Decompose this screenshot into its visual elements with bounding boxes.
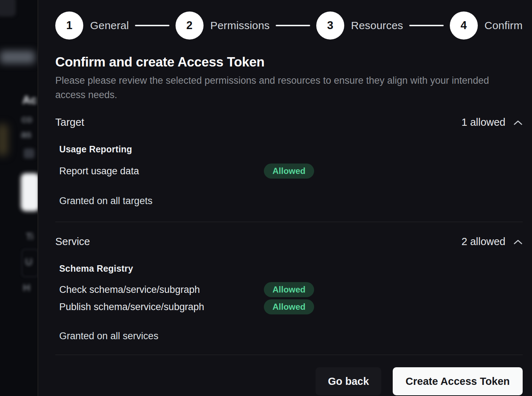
step-number-circle: 2 xyxy=(176,11,204,40)
background-text-fragment: H xyxy=(23,282,30,294)
section-name: Service xyxy=(55,236,90,248)
granted-note: Granted on all targets xyxy=(59,195,523,207)
step-number-circle: 4 xyxy=(450,11,478,40)
permission-row: Check schema/service/subgraph Allowed xyxy=(59,282,523,298)
step-confirm[interactable]: 4 Confirm xyxy=(450,11,523,40)
background-page: Ac co as Ti U H xyxy=(0,0,38,396)
background-icon-tile xyxy=(24,148,34,158)
status-badge: Allowed xyxy=(264,282,314,297)
permission-row: Report usage data Allowed xyxy=(59,163,523,179)
background-accent-blob xyxy=(0,124,8,156)
status-badge: Allowed xyxy=(264,164,314,179)
step-connector xyxy=(276,25,310,26)
step-connector xyxy=(409,25,444,26)
status-badge: Allowed xyxy=(264,299,314,314)
section-service-toggle[interactable]: 2 allowed xyxy=(461,236,523,248)
background-text-fragment: as xyxy=(21,129,32,140)
permission-name: Publish schema/service/subgraph xyxy=(59,301,264,313)
chevron-up-icon xyxy=(513,120,523,125)
allowed-count: 2 allowed xyxy=(461,236,505,248)
permission-group-title: Schema Registry xyxy=(59,263,523,274)
footer-divider xyxy=(55,355,523,355)
granted-note: Granted on all services xyxy=(59,331,523,342)
section-target-toggle[interactable]: 1 allowed xyxy=(461,116,523,128)
permission-name: Check schema/service/subgraph xyxy=(59,284,264,295)
background-text-fragment: U xyxy=(25,256,32,268)
wizard-stepper: 1 General 2 Permissions 3 Resources 4 Co… xyxy=(55,11,523,40)
step-number-circle: 1 xyxy=(55,11,83,40)
step-general[interactable]: 1 General xyxy=(55,11,129,40)
go-back-button[interactable]: Go back xyxy=(316,367,381,395)
background-text-fragment: Ac xyxy=(22,93,37,107)
step-label: Confirm xyxy=(485,19,523,32)
background-nav-blob xyxy=(0,51,35,64)
step-label: Permissions xyxy=(210,19,270,32)
background-logo-tile xyxy=(0,0,16,17)
permission-group-title: Usage Reporting xyxy=(59,144,523,155)
step-resources[interactable]: 3 Resources xyxy=(316,11,403,40)
create-access-token-button[interactable]: Create Access Token xyxy=(393,367,523,395)
background-text-fragment: Ti xyxy=(26,231,33,242)
step-connector xyxy=(135,25,169,26)
chevron-up-icon xyxy=(513,239,523,245)
page-title: Confirm and create Access Token xyxy=(55,55,523,70)
section-name: Target xyxy=(55,116,84,128)
step-label: General xyxy=(90,19,129,32)
background-text-fragment: co xyxy=(22,114,32,125)
create-access-token-modal: 1 General 2 Permissions 3 Resources 4 Co… xyxy=(38,0,532,396)
permission-row: Publish schema/service/subgraph Allowed xyxy=(59,299,523,315)
section-divider xyxy=(55,222,523,222)
section-header-service: Service 2 allowed xyxy=(55,236,523,248)
permission-name: Report usage data xyxy=(59,166,264,177)
step-number-circle: 3 xyxy=(316,11,344,40)
allowed-count: 1 allowed xyxy=(461,116,505,128)
step-label: Resources xyxy=(351,19,403,32)
section-header-target: Target 1 allowed xyxy=(55,116,523,128)
page-subtitle: Please please review the selected permis… xyxy=(55,73,497,102)
background-card-tile xyxy=(21,173,39,211)
modal-footer: Go back Create Access Token xyxy=(55,367,523,395)
step-permissions[interactable]: 2 Permissions xyxy=(176,11,270,40)
